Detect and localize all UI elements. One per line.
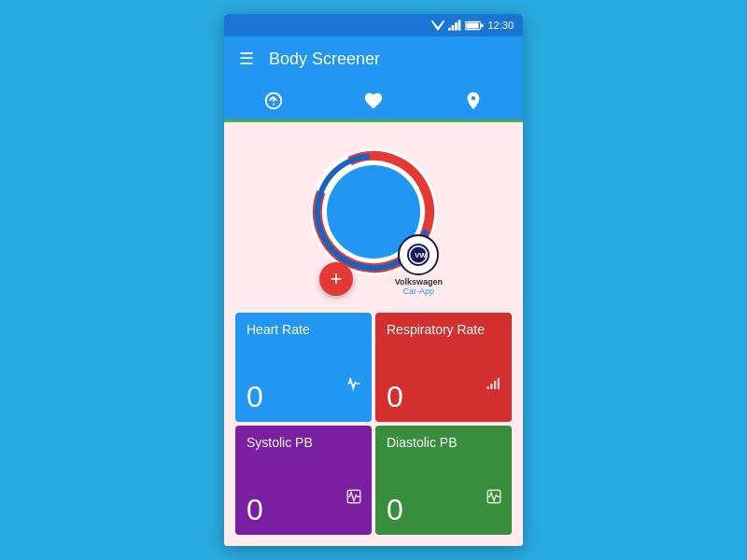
status-icons: 12:30: [431, 20, 514, 31]
svg-rect-12: [490, 384, 492, 389]
status-bar: 12:30: [224, 14, 523, 36]
svg-text:VW: VW: [415, 251, 427, 259]
phone-frame: 12:30 ☰ Body Screener: [224, 14, 523, 546]
time-display: 12:30: [487, 20, 514, 31]
svg-rect-1: [452, 25, 455, 31]
tab-location[interactable]: [423, 81, 523, 119]
app-title: Body Screener: [269, 49, 508, 69]
svg-rect-14: [498, 378, 500, 389]
tab-heart[interactable]: [324, 81, 424, 119]
svg-rect-11: [487, 386, 489, 389]
systolic-pb-value: 0: [247, 483, 360, 527]
fab-button[interactable]: +: [319, 262, 353, 296]
respiratory-rate-tile[interactable]: Respiratory Rate 0: [375, 313, 512, 422]
vw-subtext: Car-App: [403, 287, 435, 296]
heart-icon: [363, 91, 384, 111]
menu-icon[interactable]: ☰: [239, 49, 254, 69]
heart-rate-icon: [345, 375, 362, 396]
diastolic-pb-value: 0: [387, 483, 500, 527]
location-icon: [463, 91, 484, 111]
battery-icon: [465, 21, 484, 31]
vw-logo: VW Volkswagen Car-App: [395, 234, 443, 296]
signal-icon: [448, 20, 461, 31]
diastolic-pb-tile[interactable]: Diastolic PB 0: [375, 426, 512, 535]
heart-rate-value: 0: [247, 371, 360, 414]
systolic-pb-label: Systolic PB: [247, 435, 360, 450]
wifi-icon: [431, 20, 444, 31]
svg-rect-5: [467, 22, 479, 28]
tab-speed[interactable]: [224, 81, 324, 119]
vw-icon: VW: [404, 242, 432, 268]
tab-bar: [224, 81, 523, 122]
main-content: + VW Volkswagen Car-App: [224, 122, 523, 546]
vw-logo-circle: VW: [398, 234, 439, 275]
svg-rect-3: [458, 20, 461, 30]
gauge-container: + VW Volkswagen Car-App: [289, 137, 458, 287]
svg-rect-0: [448, 28, 451, 31]
respiratory-rate-icon: [486, 375, 502, 396]
svg-rect-6: [482, 23, 485, 26]
respiratory-rate-label: Respiratory Rate: [387, 322, 500, 337]
diastolic-pb-label: Diastolic PB: [387, 435, 500, 450]
svg-rect-2: [455, 22, 458, 30]
tiles-grid: Heart Rate 0 Respiratory Rate: [235, 313, 512, 535]
top-bar: ☰ Body Screener: [224, 36, 523, 81]
heart-rate-label: Heart Rate: [247, 322, 360, 337]
vw-brand-name: Volkswagen: [395, 277, 443, 287]
heart-rate-tile[interactable]: Heart Rate 0: [235, 313, 372, 422]
respiratory-rate-value: 0: [387, 371, 500, 414]
systolic-pb-icon: [345, 488, 362, 509]
systolic-pb-tile[interactable]: Systolic PB 0: [235, 426, 372, 535]
speedometer-icon: [263, 91, 284, 111]
diastolic-pb-icon: [486, 488, 502, 509]
svg-rect-13: [494, 381, 496, 389]
